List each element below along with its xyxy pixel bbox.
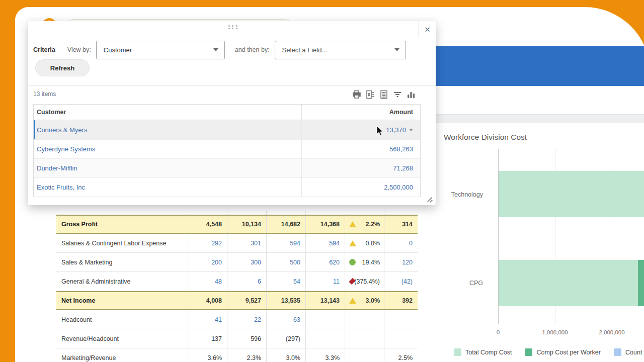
chevron-down-icon [213, 48, 218, 51]
chevron-down-icon [394, 48, 399, 51]
chart-legend: Total Comp Cost Comp Cost per Worker Cou… [454, 348, 644, 356]
table-toolbar [352, 90, 416, 99]
legend-swatch-lightblue [614, 348, 621, 356]
table-row-cyberdyne[interactable]: Cyberdyne Systems 568,263 [34, 139, 420, 158]
table-row-net-income[interactable]: Net Income 4,008 9,527 13,535 13,143 3.0… [56, 291, 418, 310]
bar-technology-total-comp-cost[interactable] [499, 171, 644, 217]
criteria-label: Criteria [33, 46, 55, 53]
bar-cpg-total-comp-cost[interactable] [499, 260, 638, 306]
table-row-partial [56, 211, 418, 215]
table-header: Customer Amount [34, 105, 420, 120]
chart-title: Workforce Division Cost [444, 133, 527, 142]
col-amount[interactable]: Amount [301, 105, 421, 120]
mouse-cursor [376, 126, 384, 137]
grid-icon[interactable] [379, 90, 388, 99]
triangle-yellow-icon [349, 221, 356, 227]
then-by-label: and then by: [235, 46, 270, 53]
divider [28, 85, 436, 86]
x-tick-2m: 2,000,000 [589, 329, 634, 335]
criteria-row: Criteria View by: Customer and then by: … [33, 40, 426, 59]
bar-cpg-comp-cost-per-worker[interactable] [638, 260, 644, 306]
view-by-criteria-dialog: ✕ Criteria View by: Customer and then by… [28, 21, 436, 205]
legend-comp-cost-per-worker[interactable]: Comp Cost per Worker [525, 348, 601, 356]
triangle-yellow-icon [349, 240, 356, 246]
view-by-dropdown[interactable]: Customer [96, 41, 225, 59]
chart-icon[interactable] [407, 90, 416, 99]
legend-swatch-mint [454, 348, 461, 356]
chart-category-cpg: CPG [448, 280, 483, 287]
table-row-gross-profit[interactable]: Gross Profit 4,548 10,134 14,682 14,368 … [56, 215, 418, 234]
table-row-general-admin[interactable]: General & Administrative 48 6 54 11 (375… [56, 272, 418, 291]
close-icon: ✕ [424, 25, 431, 34]
x-tick-0: 0 [475, 329, 521, 335]
table-row-marketing-revenue[interactable]: Marketing/Revenue 3.6% 2.3% 3.0% 3.3% 2.… [56, 348, 418, 362]
items-count: 13 items [33, 90, 56, 98]
refresh-button[interactable]: Refresh [35, 59, 90, 76]
printer-icon[interactable] [352, 90, 361, 99]
legend-count[interactable]: Count [614, 348, 642, 356]
legend-swatch-green [525, 348, 532, 356]
col-customer[interactable]: Customer [34, 109, 301, 116]
filter-icon[interactable] [393, 90, 402, 99]
then-by-dropdown[interactable]: Select a Field... [275, 41, 406, 59]
export-excel-icon[interactable] [366, 90, 375, 99]
bar-technology[interactable] [499, 171, 644, 217]
triangle-yellow-icon [349, 298, 356, 304]
circle-green-icon [349, 259, 356, 265]
legend-total-comp-cost[interactable]: Total Comp Cost [454, 348, 512, 356]
drag-handle-icon[interactable] [228, 25, 238, 29]
table-row-headcount[interactable]: Headcount 41 22 63 [56, 310, 418, 329]
amount-menu-icon[interactable] [409, 129, 413, 131]
table-row-sales-marketing[interactable]: Sales & Marketing 200 300 500 620 19.4% … [56, 253, 418, 272]
view-by-label: View by: [67, 46, 91, 53]
table-row-exotic-fruits[interactable]: Exotic Fruits, Inc 2,500,000 [34, 177, 420, 197]
table-row-dunder-mifflin[interactable]: Dunder-Mifflin 71,268 [34, 158, 420, 177]
chart-category-technology: Technology [448, 191, 483, 198]
bar-cpg[interactable] [499, 260, 644, 306]
close-button[interactable]: ✕ [419, 21, 436, 38]
customer-amount-table: Customer Amount Conners & Myers 13,370 C… [33, 104, 421, 197]
table-row-salaries[interactable]: Salaries & Contingent Labor Expense 292 … [56, 234, 418, 253]
financial-statement-table: Gross Profit 4,548 10,134 14,682 14,368 … [56, 211, 418, 362]
table-row-revenue-headcount[interactable]: Revenue/Headcount 137 596 (297) [56, 329, 418, 348]
resize-handle[interactable] [427, 196, 433, 202]
x-tick-1m: 1,000,000 [532, 329, 578, 335]
table-row-conners-myers[interactable]: Conners & Myers 13,370 [34, 120, 420, 139]
